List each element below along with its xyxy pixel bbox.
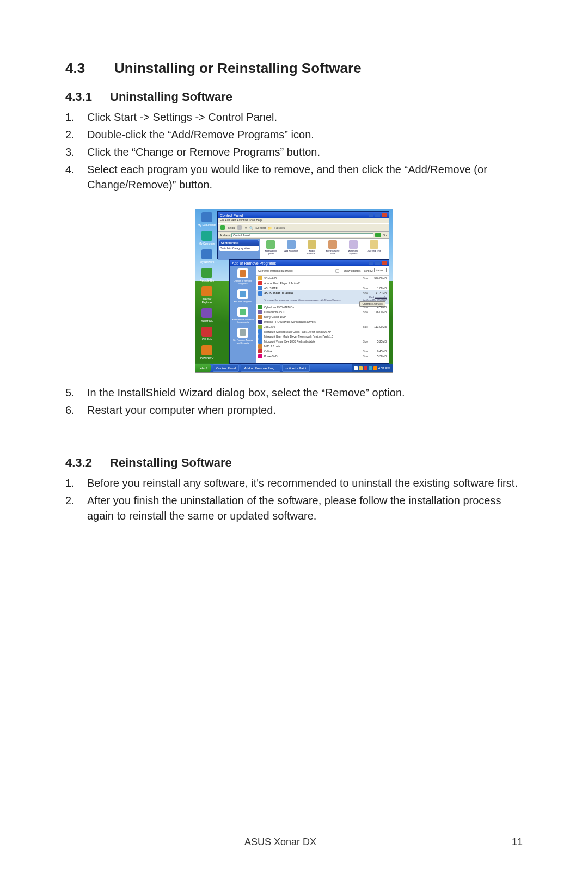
desktop-icon[interactable]: My Computer bbox=[198, 231, 216, 245]
subheading-title: Reinstalling Software bbox=[110, 456, 232, 469]
desktop-icon[interactable]: ChkFlsh bbox=[198, 327, 216, 341]
uninstall-steps-1to4: 1.Click Start -> Settings -> Control Pan… bbox=[65, 109, 523, 192]
desktop-icon[interactable]: My Network bbox=[198, 249, 216, 264]
cp-icon[interactable]: Accessibility Options bbox=[262, 240, 279, 259]
arp-row[interactable]: 3DMark05Size996.00MB bbox=[256, 276, 389, 280]
heading-4-3: 4.3Uninstalling or Reinstalling Software bbox=[65, 60, 523, 77]
list-item: 6.Restart your computer when prompted. bbox=[65, 402, 523, 418]
heading-4-3-1: 4.3.1Uninstalling Software bbox=[65, 90, 523, 104]
window-control-panel: Control Panel File Edit View Favorites T… bbox=[217, 211, 389, 259]
tray-icon[interactable] bbox=[369, 366, 372, 370]
cp-side-link[interactable]: Switch to Category View bbox=[220, 247, 258, 250]
arp-row[interactable]: O-LinkSize0.45MB bbox=[256, 349, 389, 353]
heading-title: Uninstalling or Reinstalling Software bbox=[114, 60, 362, 76]
titlebar[interactable]: Control Panel bbox=[218, 212, 389, 218]
desktop-icon[interactable]: My Documents bbox=[198, 212, 216, 227]
footer-page-number: 11 bbox=[495, 836, 523, 848]
arp-row[interactable]: J2SE 5.0Size113.00MB bbox=[256, 324, 389, 329]
cp-icon[interactable]: Administrative Tools bbox=[324, 240, 341, 259]
arp-row[interactable]: ASUS PTFSize1.09MB bbox=[256, 285, 389, 290]
toolbar: Back ⬆ 🔍 Search 📁 Folders bbox=[218, 223, 389, 232]
desktop-icon[interactable]: PowerDVD bbox=[198, 345, 216, 359]
page-footer: ASUS Xonar DX 11 bbox=[65, 832, 523, 848]
tray-icon[interactable] bbox=[354, 366, 358, 370]
footer-product: ASUS Xonar DX bbox=[65, 836, 495, 848]
go-button[interactable] bbox=[375, 233, 381, 237]
maximize-icon[interactable] bbox=[375, 261, 380, 265]
list-item: 5.In the InstallShield Wizard dialog box… bbox=[65, 385, 523, 400]
show-updates-label: Show updates bbox=[344, 268, 361, 272]
taskbar-button[interactable]: untitled - Paint bbox=[282, 364, 309, 372]
start-button[interactable]: start bbox=[195, 364, 211, 372]
arp-row[interactable]: Adobe Flash Player 9 ActiveX bbox=[256, 280, 389, 285]
list-item: 1.Click Start -> Settings -> Control Pan… bbox=[65, 109, 523, 125]
arp-side-windows-components[interactable]: Add/Remove Windows Components bbox=[231, 307, 255, 323]
back-label: Back bbox=[228, 226, 235, 229]
arp-side-set-access[interactable]: Set Program Access and Defaults bbox=[231, 328, 255, 344]
close-icon[interactable] bbox=[382, 261, 387, 265]
arp-row[interactable]: Dimension4 v5.0Size176.00MB bbox=[256, 309, 389, 314]
tray-clock: 4:33 PM bbox=[378, 366, 390, 370]
list-item: 4.Select each program you would like to … bbox=[65, 162, 523, 192]
sort-by-value[interactable]: Name bbox=[374, 268, 387, 272]
tray-icon[interactable] bbox=[359, 366, 363, 370]
uninstall-steps-5to6: 5.In the InstallShield Wizard dialog box… bbox=[65, 385, 523, 418]
arp-side-add-new[interactable]: Add New Programs bbox=[231, 289, 255, 303]
desktop-icon[interactable]: Internet Explorer bbox=[198, 286, 216, 304]
cp-side-header: Control Panel bbox=[219, 240, 259, 246]
arp-currently-installed: Currently installed programs: bbox=[258, 269, 293, 272]
system-tray[interactable]: 4:33 PM bbox=[352, 364, 393, 372]
window-title: Add or Remove Programs bbox=[232, 261, 276, 265]
desktop-icon[interactable]: Xonar DX bbox=[198, 308, 216, 322]
heading-num: 4.3 bbox=[65, 60, 114, 77]
subheading-num: 4.3.2 bbox=[65, 456, 110, 470]
arp-row[interactable]: Microsoft Compression Client Pack 1.0 fo… bbox=[256, 329, 389, 334]
menubar[interactable]: File Edit View Favorites Tools Help bbox=[218, 218, 389, 223]
cp-side-panel: Control Panel Switch to Category View bbox=[218, 239, 260, 260]
cp-icon[interactable]: Add Hardware bbox=[283, 240, 299, 259]
list-item: 1.Before you reinstall any software, it'… bbox=[65, 475, 523, 491]
selected-size: 41.31MB bbox=[370, 291, 387, 296]
desktop-icon[interactable]: Recycle Bin bbox=[198, 268, 216, 282]
arp-row[interactable]: PowerDVDSize5.38MB bbox=[256, 353, 389, 358]
taskbar-button[interactable]: Control Panel bbox=[213, 364, 239, 372]
search-icon[interactable]: 🔍 bbox=[249, 226, 253, 230]
address-value[interactable]: Control Panel bbox=[231, 233, 373, 237]
minimize-icon[interactable] bbox=[369, 213, 373, 217]
back-icon[interactable] bbox=[220, 225, 225, 230]
cp-icon[interactable]: Date and Time bbox=[366, 240, 382, 259]
address-bar: Address Control Panel Go bbox=[218, 232, 389, 239]
tray-icon[interactable] bbox=[373, 366, 377, 370]
arp-program-list[interactable]: 3DMark05Size996.00MB Adobe Flash Player … bbox=[256, 276, 389, 363]
folders-icon[interactable]: 📁 bbox=[268, 226, 272, 230]
forward-icon[interactable] bbox=[237, 225, 242, 230]
show-updates-checkbox[interactable] bbox=[336, 269, 340, 273]
cp-icon[interactable]: Add or Remove... bbox=[304, 240, 320, 259]
go-label: Go bbox=[383, 234, 387, 237]
minimize-icon[interactable] bbox=[369, 261, 373, 265]
maximize-icon[interactable] bbox=[375, 213, 380, 217]
heading-4-3-2: 4.3.2Reinstalling Software bbox=[65, 456, 523, 470]
taskbar-button[interactable]: Add or Remove Prog... bbox=[241, 364, 280, 372]
window-title: Control Panel bbox=[220, 213, 243, 217]
list-item: 2.Double-click the “Add/Remove Programs”… bbox=[65, 127, 523, 142]
screenshot-xp-add-remove: My Documents My Computer My Network Recy… bbox=[195, 209, 393, 373]
taskbar: start Control Panel Add or Remove Prog..… bbox=[195, 364, 393, 372]
arp-row-selected[interactable]: ASUS Xonar DX Audio Size 41.31MB Used oc… bbox=[256, 290, 389, 304]
arp-row[interactable]: Microsoft User-Mode Driver Framework Fea… bbox=[256, 334, 389, 339]
arp-row[interactable]: funny Codec-DSP bbox=[256, 314, 389, 319]
cp-icon[interactable]: Automatic Updates bbox=[345, 240, 362, 259]
close-icon[interactable] bbox=[382, 213, 387, 217]
sort-by-label: Sort by: bbox=[364, 268, 373, 272]
arp-row[interactable]: Intel(R) PRO Network Connections Drivers bbox=[256, 319, 389, 324]
arp-row[interactable]: MP3 2.0 beta bbox=[256, 344, 389, 349]
folders-label: Folders bbox=[274, 226, 285, 229]
list-item: 3.Click the “Change or Remove Programs” … bbox=[65, 144, 523, 160]
selected-name: ASUS Xonar DX Audio bbox=[264, 291, 363, 296]
arp-row[interactable]: Microsoft Visual C++ 2005 Redistributabl… bbox=[256, 339, 389, 344]
tray-icon[interactable] bbox=[364, 366, 367, 370]
arp-side-change-remove[interactable]: Change or Remove Programs bbox=[231, 268, 255, 285]
cp-icons: Accessibility Options Add Hardware Add o… bbox=[260, 239, 389, 260]
arp-top-bar: Currently installed programs: Show updat… bbox=[256, 266, 389, 276]
up-icon[interactable]: ⬆ bbox=[244, 226, 247, 230]
